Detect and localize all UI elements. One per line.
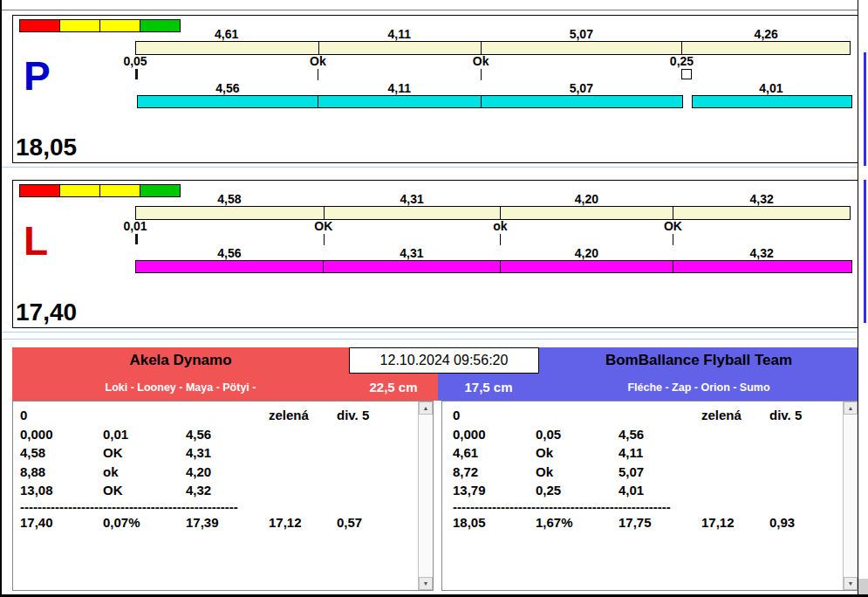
result-cell: 0,000 xyxy=(20,425,103,444)
timestamp-text: 12.10.2024 09:56:20 xyxy=(380,353,509,368)
result-cell xyxy=(701,425,769,444)
dog-times-row: 4,564,314,204,32 xyxy=(135,247,851,260)
result-divider: ----------------------------------------… xyxy=(20,500,419,513)
team-left-subheader: Loki - Looney - Maya - Pötyi - 22,5 cm xyxy=(12,374,438,401)
window-border-left xyxy=(0,0,2,597)
result-cell xyxy=(337,425,419,444)
lane-total-time: 18,05 xyxy=(16,134,77,161)
run-segment xyxy=(135,260,325,273)
summary-cell: 0,93 xyxy=(769,513,844,532)
result-cell: 0,01 xyxy=(103,425,186,444)
result-cell xyxy=(269,481,337,500)
result-cell: 4,20 xyxy=(186,463,269,482)
result-cell: 8,72 xyxy=(453,463,536,482)
summary-cell: 17,39 xyxy=(186,513,269,532)
team-subheaders-row: Loki - Looney - Maya - Pötyi - 22,5 cm 1… xyxy=(12,374,858,401)
split-time: 4,32 xyxy=(750,193,774,206)
arrow-down-icon: ▼ xyxy=(848,580,854,587)
split-time: 4,26 xyxy=(755,28,778,41)
summary-cell: 17,12 xyxy=(269,513,337,532)
changeover-label: Ok xyxy=(473,55,489,68)
result-cell xyxy=(769,443,844,463)
lane-chart: 4,584,314,204,320,01OKokOK4,564,314,204,… xyxy=(135,193,851,274)
changeover-labels-row: 0,05OkOk0,25 xyxy=(135,55,851,68)
dog-time: 4,31 xyxy=(400,247,423,260)
result-cell: zelená xyxy=(269,406,337,425)
summary-row: 17,400,07%17,3917,120,57 xyxy=(20,513,419,532)
background-window-edge xyxy=(864,180,866,323)
lane-panel-l: L17,404,584,314,204,320,01OKokOK4,564,31… xyxy=(12,180,858,328)
dog-time: 4,01 xyxy=(759,82,783,95)
arrow-up-icon: ▲ xyxy=(848,405,854,411)
team-left-header: Akela Dynamo xyxy=(12,347,349,374)
lane-chart: 4,614,115,074,260,05OkOk0,254,564,115,07… xyxy=(135,28,851,109)
team-right-header: BomBallance Flyball Team xyxy=(539,347,858,374)
reference-bar-divider xyxy=(481,42,482,54)
team-right-jump-cell: 17,5 cm xyxy=(438,374,539,401)
dog-time: 4,56 xyxy=(217,247,241,260)
split-time: 4,61 xyxy=(215,28,238,41)
scroll-down-button[interactable]: ▼ xyxy=(844,577,858,590)
result-cell: div. 5 xyxy=(337,406,419,425)
reference-bar-divider xyxy=(500,207,501,219)
status-light-1 xyxy=(19,19,60,32)
reference-bar xyxy=(135,206,851,220)
team-right-scrollbar[interactable]: ▲ ▼ xyxy=(843,401,858,590)
team-left-jump-height: 22,5 cm xyxy=(369,380,417,395)
run-segment xyxy=(318,95,482,108)
dog-time: 4,56 xyxy=(215,82,239,95)
result-cell xyxy=(536,406,619,425)
result-row: 13,08OK4,32 xyxy=(20,481,419,500)
lane-letter: P xyxy=(24,56,51,96)
result-cell: ok xyxy=(103,463,186,482)
summary-cell: 17,75 xyxy=(619,513,701,532)
result-cell: 0 xyxy=(453,406,536,425)
result-cell: OK xyxy=(103,481,186,500)
scroll-down-button[interactable]: ▼ xyxy=(419,577,433,590)
run-segment xyxy=(692,95,852,108)
result-cell xyxy=(269,443,337,463)
results-footer: Akela Dynamo 12.10.2024 09:56:20 BomBall… xyxy=(12,347,858,591)
changeover-marks-row xyxy=(135,233,851,247)
summary-cell: 0,07% xyxy=(103,513,186,532)
lane-letter: L xyxy=(24,221,48,261)
split-time: 4,31 xyxy=(400,193,424,206)
dog-time: 4,32 xyxy=(750,247,774,260)
race-timestamp: 12.10.2024 09:56:20 xyxy=(349,347,539,374)
lane-panel-p: P18,054,614,115,074,260,05OkOk0,254,564,… xyxy=(12,15,858,163)
result-row: 0,0000,054,56 xyxy=(453,425,844,444)
team-left-results: 0zelenádiv. 50,0000,014,564,58OK4,318,88… xyxy=(13,401,419,590)
result-cell: 0,25 xyxy=(536,481,619,500)
result-row: 0zelenádiv. 5 xyxy=(453,406,844,425)
panel-gap xyxy=(12,328,858,347)
result-cell: div. 5 xyxy=(769,406,844,425)
main-content: P18,054,614,115,074,260,05OkOk0,254,564,… xyxy=(12,10,858,591)
result-cell: 4,01 xyxy=(619,481,701,500)
scroll-up-button[interactable]: ▲ xyxy=(419,401,433,415)
summary-row: 18,051,67%17,7517,120,93 xyxy=(453,513,844,532)
run-bar xyxy=(135,260,851,274)
run-segment xyxy=(481,95,683,108)
reference-bar-divider xyxy=(318,42,319,54)
changeover-label: Ok xyxy=(310,55,326,68)
result-cell xyxy=(769,425,844,444)
background-window-sliver xyxy=(858,0,868,597)
team-left-scrollbar[interactable]: ▲ ▼ xyxy=(418,401,433,590)
changeover-label: 0,25 xyxy=(670,55,694,68)
result-row: 8,72Ok5,07 xyxy=(453,463,844,482)
summary-cell: 17,12 xyxy=(701,513,769,532)
team-left-dogs-cell: Loki - Looney - Maya - Pötyi - xyxy=(12,374,349,401)
scroll-up-button[interactable]: ▲ xyxy=(844,401,858,415)
changeover-marks-row xyxy=(135,68,851,82)
changeover-label: 0,05 xyxy=(123,55,147,68)
team-left-name: Akela Dynamo xyxy=(129,352,231,369)
team-left-results-panel: 0zelenádiv. 50,0000,014,564,58OK4,318,88… xyxy=(12,401,434,591)
result-cell: 4,32 xyxy=(186,481,269,500)
team-right-name: BomBallance Flyball Team xyxy=(605,352,792,369)
result-cell xyxy=(337,443,419,463)
window-border-right xyxy=(858,0,858,597)
result-cell xyxy=(619,406,701,425)
result-cell xyxy=(701,481,769,500)
split-times-row: 4,584,314,204,32 xyxy=(135,193,851,206)
split-time: 4,20 xyxy=(575,193,598,206)
